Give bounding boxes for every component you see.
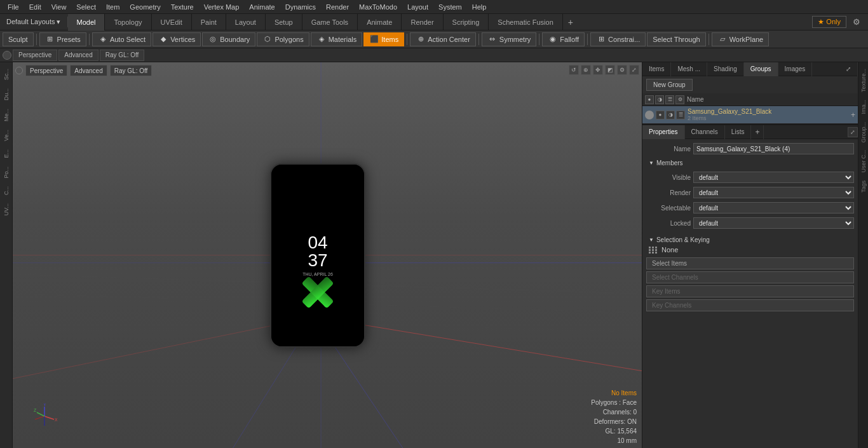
selectable-select[interactable]: default <box>693 202 854 214</box>
tab-model[interactable]: Model <box>68 14 105 31</box>
menu-maxtomodo[interactable]: MaxToModo <box>354 2 402 12</box>
polygons-button[interactable]: ⬡Polygons <box>257 32 309 46</box>
vertices-button[interactable]: ◆Vertices <box>153 32 201 46</box>
symmetry-button[interactable]: ⇔Symmetry <box>482 32 537 46</box>
sidebar-tab-uv[interactable]: UV... <box>2 200 11 219</box>
rotate-icon[interactable]: ↺ <box>569 65 579 75</box>
rpb-expand-icon[interactable]: ⤢ <box>848 127 858 137</box>
menu-edit[interactable]: Edit <box>24 2 46 12</box>
ray-gl-vp-button[interactable]: Ray GL: Off <box>110 65 153 76</box>
star-only-button[interactable]: ★ Only <box>812 16 846 28</box>
tab-schematic-fusion[interactable]: Schematic Fusion <box>489 14 562 31</box>
sidebar-tab-c[interactable]: C... <box>2 182 11 199</box>
falloff-button[interactable]: ◉Falloff <box>542 32 585 46</box>
ray-gl-button[interactable]: Ray GL: Off <box>100 50 145 61</box>
lock-icon[interactable]: ☰ <box>665 95 674 104</box>
tab-scripting[interactable]: Scripting <box>444 14 489 31</box>
tab-animate[interactable]: Animate <box>358 14 402 31</box>
sculpt-button[interactable]: Sculpt <box>3 32 34 46</box>
expand-icon[interactable]: ⤢ <box>629 65 639 75</box>
rv-tab-tags[interactable]: Tags <box>859 177 868 196</box>
menu-system[interactable]: System <box>433 2 467 12</box>
menu-dynamics[interactable]: Dynamics <box>280 2 321 12</box>
render-select[interactable]: default <box>693 187 854 198</box>
rp-tab-shading[interactable]: Shading <box>707 62 744 76</box>
visible-select[interactable]: default <box>693 172 854 183</box>
tab-topology[interactable]: Topology <box>105 14 151 31</box>
rpb-add-tab[interactable]: + <box>751 125 764 139</box>
layouts-dropdown[interactable]: Default Layouts ▾ <box>0 17 68 27</box>
tab-paint[interactable]: Paint <box>192 14 226 31</box>
rv-tab-texture[interactable]: Texture... <box>859 65 868 96</box>
perspective-button[interactable]: Perspective <box>13 50 57 61</box>
rpb-tab-properties[interactable]: Properties <box>642 125 685 139</box>
key-items-button[interactable]: Key Items <box>646 285 854 297</box>
select-channels-button[interactable]: Select Channels <box>646 271 854 283</box>
menu-layout[interactable]: Layout <box>402 2 433 12</box>
menu-animate[interactable]: Animate <box>244 2 280 12</box>
settings-icon[interactable]: ⚙ <box>617 65 627 75</box>
menu-render[interactable]: Render <box>321 2 354 12</box>
zoom-icon[interactable]: ⊕ <box>581 65 591 75</box>
rpb-tab-channels[interactable]: Channels <box>685 125 725 139</box>
group-add-icon[interactable]: + <box>851 111 855 119</box>
auto-select-button[interactable]: ◈Auto Select <box>92 32 151 46</box>
settings-groups-icon[interactable]: ⚙ <box>675 95 684 104</box>
sidebar-tab-po[interactable]: Po... <box>2 163 11 182</box>
rv-tab-ima[interactable]: Ima... <box>859 96 868 118</box>
menu-texture[interactable]: Texture <box>166 2 199 12</box>
menu-vertex-map[interactable]: Vertex Map <box>199 2 245 12</box>
advanced-button[interactable]: Advanced <box>58 50 98 61</box>
tab-add[interactable]: + <box>563 15 578 29</box>
group-render-icon[interactable]: ◑ <box>666 111 675 119</box>
sel-keying-header[interactable]: ▼ Selection & Keying <box>646 235 854 245</box>
locked-select[interactable]: default <box>693 217 854 229</box>
tab-render[interactable]: Render <box>402 14 443 31</box>
rp-tab-groups[interactable]: Groups <box>744 62 778 76</box>
tab-layout[interactable]: Layout <box>226 14 266 31</box>
perspective-vp-button[interactable]: Perspective <box>25 65 67 76</box>
rpb-tab-lists[interactable]: Lists <box>725 125 752 139</box>
advanced-vp-button[interactable]: Advanced <box>70 65 107 76</box>
sidebar-tab-me[interactable]: Me... <box>2 105 11 125</box>
presets-button[interactable]: ⊞Presets <box>39 32 86 46</box>
group-row[interactable]: ● ◑ ☰ Samsung_Galaxy_S21_Black 2 Items + <box>642 106 858 124</box>
render-toggle-icon[interactable]: ◑ <box>655 95 664 104</box>
group-lock-icon[interactable]: ☰ <box>676 111 685 119</box>
new-group-button[interactable]: New Group <box>646 79 693 91</box>
rp-tab-images[interactable]: Images <box>778 62 813 76</box>
sidebar-tab-du[interactable]: Du... <box>2 85 11 104</box>
sidebar-tab-ve[interactable]: Ve... <box>2 126 11 145</box>
group-eye-icon[interactable]: ● <box>656 111 665 119</box>
tab-uvedit[interactable]: UVEdit <box>152 14 192 31</box>
expand-panel-icon[interactable]: ⤢ <box>839 62 858 76</box>
select-through-button[interactable]: Select Through <box>647 32 705 46</box>
workplane-button[interactable]: ▱WorkPlane <box>712 32 770 46</box>
tab-setup[interactable]: Setup <box>266 14 302 31</box>
rv-tab-group[interactable]: Group... <box>859 118 868 147</box>
sidebar-tab-e[interactable]: E... <box>2 146 11 162</box>
rp-tab-items[interactable]: Items <box>642 62 671 76</box>
constraints-button[interactable]: ⊞Constrai... <box>590 32 646 46</box>
eye-icon[interactable]: ● <box>645 95 654 104</box>
rv-tab-user-c[interactable]: User C... <box>859 146 868 177</box>
menu-view[interactable]: View <box>46 2 72 12</box>
menu-file[interactable]: File <box>3 2 24 12</box>
key-channels-button[interactable]: Key Channels <box>646 299 854 311</box>
members-header[interactable]: ▼ Members <box>646 158 854 168</box>
menu-item[interactable]: Item <box>101 2 125 12</box>
pan-icon[interactable]: ✥ <box>593 65 603 75</box>
menu-help[interactable]: Help <box>467 2 492 12</box>
boundary-button[interactable]: ◎Boundary <box>202 32 255 46</box>
render-icon[interactable]: ◩ <box>605 65 615 75</box>
name-input[interactable] <box>693 143 854 154</box>
viewport[interactable]: 04 37 THU, APRIL 26 <box>13 62 642 448</box>
materials-button[interactable]: ◈Materials <box>311 32 363 46</box>
action-center-button[interactable]: ⊕Action Center <box>410 32 476 46</box>
rp-tab-mesh[interactable]: Mesh ... <box>671 62 707 76</box>
select-items-button[interactable]: Select Items <box>646 257 854 269</box>
menu-select[interactable]: Select <box>71 2 101 12</box>
gear-icon[interactable]: ⚙ <box>850 16 863 28</box>
tab-game-tools[interactable]: Game Tools <box>302 14 358 31</box>
items-button[interactable]: ⬛Items <box>363 32 404 46</box>
